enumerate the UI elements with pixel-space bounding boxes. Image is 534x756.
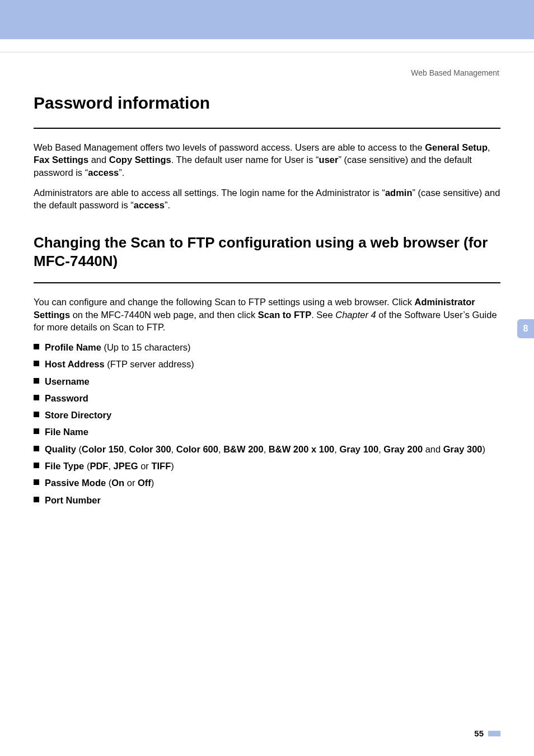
text: , — [218, 444, 223, 454]
bold: File Name — [45, 427, 88, 437]
bold: Store Directory — [45, 410, 111, 420]
heading-password-information: Password information — [34, 93, 500, 113]
text: and — [423, 444, 443, 454]
text: ) — [483, 444, 486, 454]
bold: Color 600 — [176, 444, 218, 454]
bold: Profile Name — [45, 342, 101, 352]
paragraph-scan-to-ftp-intro: You can configure and change the followi… — [34, 296, 500, 333]
text: . See — [311, 310, 335, 320]
text: or — [138, 461, 152, 471]
text: Administrators are able to access all se… — [34, 188, 385, 198]
bold: B&W 200 x 100 — [269, 444, 334, 454]
bold: File Type — [45, 461, 84, 471]
list-item-quality: Quality (Color 150, Color 300, Color 600… — [44, 443, 500, 455]
text: , — [171, 444, 176, 454]
bold-admin: admin — [385, 188, 413, 198]
italic-chapter-4: Chapter 4 — [335, 310, 376, 320]
top-banner — [0, 0, 534, 39]
page-footer: 55 — [474, 729, 500, 738]
text: , — [264, 444, 269, 454]
text: (Up to 15 characters) — [101, 342, 191, 352]
bold: Gray 200 — [383, 444, 423, 454]
text: , — [108, 461, 113, 471]
bold-copy-settings: Copy Settings — [109, 155, 171, 165]
chapter-number: 8 — [523, 324, 528, 334]
text: on the MFC-7440N web page, and then clic… — [70, 310, 258, 320]
bold: Passive Mode — [45, 478, 106, 488]
text: ( — [76, 444, 82, 454]
footer-accent-bar — [488, 731, 500, 736]
bold: Gray 300 — [443, 444, 483, 454]
text: ”. — [165, 200, 170, 210]
text: ( — [84, 461, 90, 471]
bold: Gray 100 — [339, 444, 378, 454]
list-item-file-type: File Type (PDF, JPEG or TIFF) — [44, 460, 500, 472]
chapter-tab: 8 — [517, 319, 534, 338]
list-item-passive-mode: Passive Mode (On or Off) — [44, 477, 500, 489]
paragraph-admin-access: Administrators are able to access all se… — [34, 186, 500, 212]
list-item-file-name: File Name — [44, 426, 500, 438]
text: You can configure and change the followi… — [34, 297, 415, 307]
list-item-profile-name: Profile Name (Up to 15 characters) — [44, 341, 500, 353]
list-item-store-directory: Store Directory — [44, 409, 500, 421]
bold: Host Address — [45, 359, 105, 369]
h1-rule — [34, 128, 500, 129]
h2-rule — [34, 282, 500, 283]
bold-scan-to-ftp: Scan to FTP — [258, 310, 311, 320]
section-header: Web Based Management — [34, 68, 499, 77]
list-item-password: Password — [44, 392, 500, 404]
text: and — [88, 155, 109, 165]
text: , — [378, 444, 383, 454]
bold: TIFF — [151, 461, 171, 471]
bold-general-setup: General Setup — [425, 142, 488, 152]
bold: JPEG — [114, 461, 138, 471]
bold-access: access — [134, 200, 165, 210]
bold: Color 300 — [129, 444, 171, 454]
list-item-host-address: Host Address (FTP server address) — [44, 358, 500, 370]
text: . The default user name for User is “ — [171, 155, 319, 165]
paragraph-password-levels: Web Based Management offers two levels o… — [34, 141, 500, 179]
bold: Off — [138, 478, 151, 488]
bold: On — [111, 478, 124, 488]
list-item-username: Username — [44, 375, 500, 388]
header-rule — [0, 52, 534, 53]
page-number: 55 — [474, 729, 484, 738]
text: ) — [171, 461, 174, 471]
text: , — [488, 142, 490, 152]
text: ( — [106, 478, 111, 488]
text: (FTP server address) — [105, 359, 194, 369]
bold-user: user — [319, 155, 339, 165]
text: ”. — [119, 167, 124, 178]
bold-access: access — [88, 167, 119, 178]
bold: Password — [45, 393, 88, 403]
text: Web Based Management offers two levels o… — [34, 142, 425, 152]
bold: B&W 200 — [223, 444, 264, 454]
text: ) — [151, 478, 154, 488]
heading-scan-to-ftp: Changing the Scan to FTP configuration u… — [34, 234, 500, 270]
settings-list: Profile Name (Up to 15 characters) Host … — [34, 341, 500, 506]
bold: Username — [45, 376, 90, 386]
bold-fax-settings: Fax Settings — [34, 155, 88, 165]
text: or — [124, 478, 138, 488]
bold: Quality — [45, 444, 76, 454]
bold: Color 150 — [82, 444, 124, 454]
list-item-port-number: Port Number — [44, 494, 500, 506]
bold: Port Number — [45, 495, 101, 505]
bold: PDF — [90, 461, 108, 471]
